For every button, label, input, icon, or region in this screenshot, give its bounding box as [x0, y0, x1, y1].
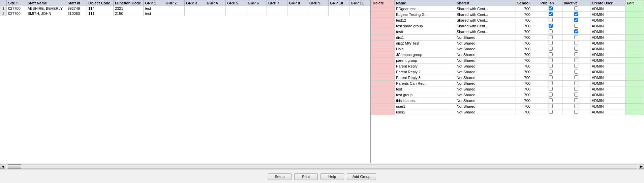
- cell-inactive[interactable]: [562, 12, 590, 18]
- cell-inactive[interactable]: [562, 41, 590, 46]
- publish-checkbox[interactable]: [549, 52, 553, 56]
- inactive-checkbox[interactable]: [574, 47, 578, 51]
- cell-publish[interactable]: [539, 12, 562, 18]
- cell-inactive[interactable]: [562, 35, 590, 41]
- add-group-button[interactable]: Add Group: [347, 173, 376, 180]
- right-table-row[interactable]: Edgear Testing G... Shared with Cent... …: [371, 12, 644, 18]
- right-table-row[interactable]: test Not Shared 700 ADMIN: [371, 86, 644, 92]
- publish-checkbox[interactable]: [549, 93, 553, 97]
- right-table-row[interactable]: test group Not Shared 700 ADMIN: [371, 92, 644, 98]
- cell-publish[interactable]: [539, 29, 562, 35]
- cell-inactive[interactable]: [562, 69, 590, 75]
- help-button[interactable]: Help: [320, 173, 344, 180]
- right-table-row[interactable]: testt Shared with Cent... 700 ADMIN: [371, 29, 644, 35]
- cell-publish[interactable]: [539, 23, 562, 29]
- publish-checkbox[interactable]: [549, 35, 553, 39]
- cell-inactive[interactable]: [562, 92, 590, 98]
- cell-edit[interactable]: [625, 41, 644, 46]
- inactive-checkbox[interactable]: [574, 52, 578, 56]
- cell-inactive[interactable]: [562, 81, 590, 86]
- scroll-left-arrow[interactable]: ◀: [0, 164, 5, 169]
- cell-inactive[interactable]: [562, 52, 590, 58]
- right-table-row[interactable]: test share group Shared with Cent... 700…: [371, 23, 644, 29]
- cell-publish[interactable]: [539, 92, 562, 98]
- cell-inactive[interactable]: [562, 63, 590, 69]
- publish-checkbox[interactable]: [549, 29, 553, 33]
- inactive-checkbox[interactable]: [574, 18, 578, 22]
- publish-checkbox[interactable]: [549, 70, 553, 74]
- cell-publish[interactable]: [539, 63, 562, 69]
- cell-edit[interactable]: [625, 109, 644, 115]
- inactive-checkbox[interactable]: [574, 24, 578, 28]
- publish-checkbox[interactable]: [549, 24, 553, 28]
- right-table-row[interactable]: Parent Reply 2 Not Shared 700 ADMIN: [371, 69, 644, 75]
- cell-inactive[interactable]: [562, 75, 590, 81]
- inactive-checkbox[interactable]: [574, 6, 578, 10]
- right-table-row[interactable]: Parent Reply Not Shared 700 ADMIN: [371, 63, 644, 69]
- publish-checkbox[interactable]: [549, 64, 553, 68]
- cell-publish[interactable]: [539, 58, 562, 63]
- right-table-row[interactable]: this is a test Not Shared 700 ADMIN: [371, 98, 644, 104]
- cell-edit[interactable]: [625, 23, 644, 29]
- right-table-row[interactable]: JCampus group Not Shared 700 ADMIN: [371, 52, 644, 58]
- cell-edit[interactable]: [625, 58, 644, 63]
- inactive-checkbox[interactable]: [574, 75, 578, 79]
- inactive-checkbox[interactable]: [574, 58, 578, 62]
- cell-edit[interactable]: [625, 6, 644, 12]
- right-table-row[interactable]: test12 Shared with Cent... 700 ADMIN: [371, 18, 644, 23]
- right-table-row[interactable]: Hola Not Shared 700 ADMIN: [371, 46, 644, 52]
- cell-inactive[interactable]: [562, 58, 590, 63]
- publish-checkbox[interactable]: [549, 98, 553, 102]
- right-table-row[interactable]: dist2 MW Test Not Shared 700 ADMIN: [371, 41, 644, 46]
- cell-publish[interactable]: [539, 35, 562, 41]
- cell-edit[interactable]: [625, 86, 644, 92]
- right-table-row[interactable]: EDgear test Shared with Cent... 700 ADMI…: [371, 6, 644, 12]
- inactive-checkbox[interactable]: [574, 98, 578, 102]
- cell-edit[interactable]: [625, 69, 644, 75]
- left-table-row[interactable]: 1 027700 ABSHIRE, BEVERLY 992749 114 232…: [0, 6, 370, 11]
- cell-inactive[interactable]: [562, 18, 590, 23]
- col-site[interactable]: Site ▼: [7, 0, 26, 6]
- cell-publish[interactable]: [539, 75, 562, 81]
- inactive-checkbox[interactable]: [574, 29, 578, 33]
- print-button[interactable]: Print: [294, 173, 318, 180]
- cell-edit[interactable]: [625, 35, 644, 41]
- inactive-checkbox[interactable]: [574, 41, 578, 45]
- cell-publish[interactable]: [539, 104, 562, 109]
- cell-publish[interactable]: [539, 18, 562, 23]
- left-table-row[interactable]: 2 027700 SMITH, JOHN 310063 111 2150 tes…: [0, 11, 370, 16]
- cell-edit[interactable]: [625, 29, 644, 35]
- cell-inactive[interactable]: [562, 29, 590, 35]
- publish-checkbox[interactable]: [549, 58, 553, 62]
- cell-edit[interactable]: [625, 63, 644, 69]
- scroll-track[interactable]: [7, 164, 637, 169]
- inactive-checkbox[interactable]: [574, 104, 578, 108]
- right-table-row[interactable]: user2 Not Shared 700 ADMIN: [371, 109, 644, 115]
- cell-publish[interactable]: [539, 46, 562, 52]
- cell-edit[interactable]: [625, 52, 644, 58]
- cell-edit[interactable]: [625, 104, 644, 109]
- inactive-checkbox[interactable]: [574, 93, 578, 97]
- cell-edit[interactable]: [625, 12, 644, 18]
- cell-edit[interactable]: [625, 98, 644, 104]
- cell-publish[interactable]: [539, 69, 562, 75]
- cell-inactive[interactable]: [562, 98, 590, 104]
- cell-publish[interactable]: [539, 6, 562, 12]
- publish-checkbox[interactable]: [549, 87, 553, 91]
- publish-checkbox[interactable]: [549, 12, 553, 16]
- cell-publish[interactable]: [539, 81, 562, 86]
- cell-edit[interactable]: [625, 46, 644, 52]
- cell-inactive[interactable]: [562, 6, 590, 12]
- cell-edit[interactable]: [625, 81, 644, 86]
- cell-edit[interactable]: [625, 92, 644, 98]
- cell-inactive[interactable]: [562, 46, 590, 52]
- inactive-checkbox[interactable]: [574, 64, 578, 68]
- right-table-row[interactable]: parent group Not Shared 700 ADMIN: [371, 58, 644, 63]
- cell-edit[interactable]: [625, 75, 644, 81]
- right-table-row[interactable]: user1 Not Shared 700 ADMIN: [371, 104, 644, 109]
- inactive-checkbox[interactable]: [574, 81, 578, 85]
- cell-publish[interactable]: [539, 86, 562, 92]
- publish-checkbox[interactable]: [549, 18, 553, 22]
- cell-publish[interactable]: [539, 41, 562, 46]
- publish-checkbox[interactable]: [549, 104, 553, 108]
